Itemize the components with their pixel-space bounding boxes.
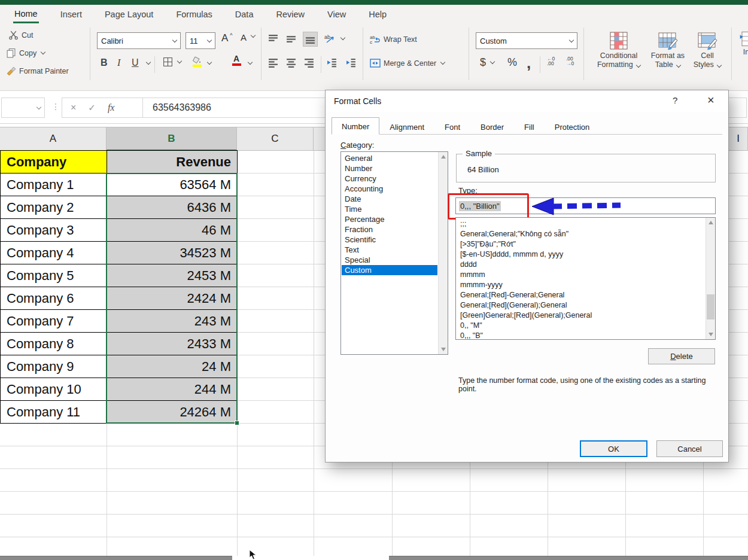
dialog-tab-font[interactable]: Font	[434, 119, 470, 135]
category-item[interactable]: Scientific	[342, 235, 437, 245]
increase-indent-button[interactable]	[346, 57, 356, 68]
cancel-button[interactable]: Cancel	[656, 440, 723, 457]
scrollbar-thumb[interactable]	[707, 294, 714, 319]
column-header-i[interactable]: I	[729, 127, 748, 151]
scroll-down-icon[interactable]	[441, 348, 446, 351]
insert-cells-button[interactable]: Ins	[736, 30, 748, 57]
dialog-help-icon[interactable]: ?	[673, 95, 677, 105]
tab-review[interactable]: Review	[275, 7, 306, 22]
cell-b12[interactable]: 24264 M	[107, 401, 238, 424]
tab-help[interactable]: Help	[367, 7, 388, 22]
category-scrollbar[interactable]	[438, 152, 448, 354]
merge-center-button[interactable]: Merge & Center	[370, 59, 445, 68]
format-codes-listbox[interactable]: ;;; General;General;"Không có sẵn" [>35]…	[455, 217, 716, 340]
format-codes-scrollbar[interactable]	[706, 218, 715, 339]
cell-b9[interactable]: 2433 M	[107, 333, 238, 355]
category-item[interactable]: Number	[342, 163, 437, 174]
accounting-format-button[interactable]: $	[480, 56, 494, 69]
delete-button[interactable]: Delete	[648, 348, 715, 364]
revenue-header-cell[interactable]: Revenue	[107, 151, 238, 174]
percent-style-button[interactable]: %	[507, 56, 517, 69]
cell-b2-active[interactable]: 63564 M	[107, 174, 238, 196]
cell-a8[interactable]: Company 7	[1, 310, 107, 333]
borders-button[interactable]	[163, 57, 181, 67]
column-header-b[interactable]: B	[107, 127, 237, 151]
dialog-tab-protection[interactable]: Protection	[545, 119, 600, 135]
fx-icon[interactable]: fx	[108, 102, 115, 113]
format-code-item[interactable]: [Green]General;[Red](General);General	[457, 311, 703, 321]
cell-a11[interactable]: Company 10	[1, 378, 107, 401]
cell-b8[interactable]: 243 M	[107, 310, 238, 333]
align-left-button[interactable]	[268, 57, 278, 68]
format-code-item[interactable]: ;;;	[457, 219, 703, 229]
company-header-cell[interactable]: Company	[1, 151, 107, 174]
bottom-align-button[interactable]	[303, 32, 318, 47]
fill-handle[interactable]	[235, 421, 239, 425]
cell-a6[interactable]: Company 5	[1, 264, 107, 287]
increase-font-size-button[interactable]: A^	[221, 32, 233, 44]
scroll-up-icon[interactable]	[441, 155, 446, 159]
category-item[interactable]: Special	[342, 255, 437, 265]
decrease-decimal-button[interactable]: .00→0	[566, 56, 574, 66]
cell-a4[interactable]: Company 3	[1, 219, 107, 242]
cancel-entry-icon[interactable]: ×	[71, 102, 76, 113]
cell-b6[interactable]: 2453 M	[107, 264, 238, 287]
format-code-item[interactable]: mmmm-yyyy	[457, 280, 703, 290]
fill-color-button[interactable]	[191, 56, 202, 67]
align-right-button[interactable]	[304, 57, 314, 68]
tab-data[interactable]: Data	[234, 7, 255, 22]
format-as-table-button[interactable]: Format as Table	[648, 30, 688, 69]
column-header-c[interactable]: C	[237, 127, 314, 151]
underline-options-chevron-icon[interactable]	[146, 60, 151, 65]
cell-a5[interactable]: Company 4	[1, 242, 107, 264]
category-item[interactable]: Currency	[342, 174, 437, 184]
dialog-tab-alignment[interactable]: Alignment	[379, 119, 434, 135]
conditional-formatting-button[interactable]: Conditional Formatting	[592, 30, 645, 69]
cut-button[interactable]: Cut	[8, 30, 33, 40]
increase-decimal-button[interactable]: ←0.00	[547, 56, 555, 66]
tab-insert[interactable]: Insert	[59, 7, 83, 22]
name-box[interactable]	[1, 98, 45, 118]
cell-b11[interactable]: 244 M	[107, 378, 238, 401]
category-item[interactable]: Date	[342, 194, 437, 204]
middle-align-button[interactable]	[286, 34, 296, 44]
number-format-select[interactable]: Custom	[476, 32, 577, 49]
category-item[interactable]: Fraction	[342, 224, 437, 235]
font-color-chevron-icon[interactable]	[248, 60, 253, 65]
tab-view[interactable]: View	[326, 7, 347, 22]
ok-button[interactable]: OK	[580, 440, 647, 457]
align-center-button[interactable]	[286, 57, 296, 68]
tab-page-layout[interactable]: Page Layout	[104, 7, 154, 22]
dialog-title-bar[interactable]: Format Cells ? ×	[326, 90, 728, 112]
category-item[interactable]: General	[342, 153, 437, 163]
category-listbox[interactable]: General Number Currency Accounting Date …	[340, 151, 448, 355]
format-code-item[interactable]: mmmm	[457, 270, 703, 280]
font-size-select[interactable]: 11	[186, 32, 215, 49]
cell-b7[interactable]: 2424 M	[107, 287, 238, 310]
category-item[interactable]: Percentage	[342, 214, 437, 224]
underline-button[interactable]: U	[132, 57, 139, 68]
decrease-font-size-button[interactable]: A	[241, 32, 255, 42]
cell-a3[interactable]: Company 2	[1, 196, 107, 219]
cell-a7[interactable]: Company 6	[1, 287, 107, 310]
format-code-item[interactable]: General;[Red](General);General	[457, 300, 703, 311]
format-painter-button[interactable]: Format Painter	[6, 66, 69, 76]
font-color-button[interactable]: A	[231, 55, 242, 66]
scroll-down-icon[interactable]	[709, 333, 713, 336]
comma-style-button[interactable]: ,	[527, 54, 531, 72]
category-item[interactable]: Time	[342, 204, 437, 214]
category-item[interactable]: Text	[342, 245, 437, 255]
top-align-button[interactable]	[268, 34, 278, 44]
bold-button[interactable]: B	[101, 57, 108, 68]
tab-home[interactable]: Home	[13, 6, 39, 23]
dialog-tab-border[interactable]: Border	[470, 119, 514, 135]
column-header-a[interactable]: A	[0, 127, 107, 151]
cell-b4[interactable]: 46 M	[107, 219, 238, 242]
cell-a10[interactable]: Company 9	[1, 355, 107, 378]
format-code-item[interactable]: General;General;"Không có sẵn"	[457, 229, 703, 239]
dialog-tab-number[interactable]: Number	[332, 117, 379, 135]
font-name-select[interactable]: Calibri	[97, 32, 181, 49]
wrap-text-button[interactable]: abc Wrap Text	[370, 35, 417, 44]
format-code-item[interactable]: General;[Red]-General;General	[457, 290, 703, 300]
cell-styles-button[interactable]: Cell Styles	[689, 30, 725, 69]
